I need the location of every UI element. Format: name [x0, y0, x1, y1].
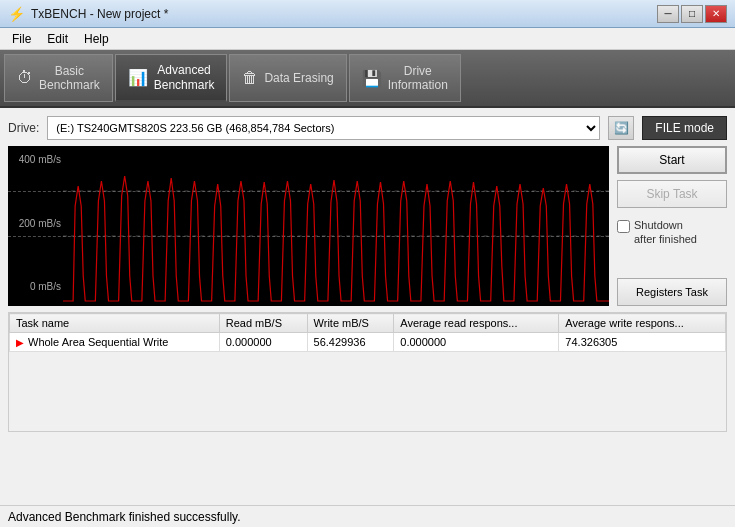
drive-row: Drive: (E:) TS240GMTS820S 223.56 GB (468… — [8, 116, 727, 140]
col-avg-read: Average read respons... — [394, 314, 559, 333]
app-icon: ⚡ — [8, 6, 25, 22]
table-row: ▶Whole Area Sequential Write 0.000000 56… — [10, 333, 726, 352]
drive-select[interactable]: (E:) TS240GMTS820S 223.56 GB (468,854,78… — [47, 116, 600, 140]
file-mode-button[interactable]: FILE mode — [642, 116, 727, 140]
chart-y-label-400: 400 mB/s — [10, 154, 61, 165]
tab-advanced-benchmark[interactable]: 📊 AdvancedBenchmark — [115, 54, 228, 102]
cell-write: 56.429936 — [307, 333, 394, 352]
tab-drive-label: DriveInformation — [388, 64, 448, 93]
shutdown-label: Shutdownafter finished — [634, 218, 697, 247]
col-task-name: Task name — [10, 314, 220, 333]
col-write: Write mB/S — [307, 314, 394, 333]
title-bar-left: ⚡ TxBENCH - New project * — [8, 6, 168, 22]
drive-refresh-button[interactable]: 🔄 — [608, 116, 634, 140]
right-panel: Start Skip Task Shutdownafter finished R… — [617, 146, 727, 306]
advanced-benchmark-icon: 📊 — [128, 68, 148, 87]
performance-chart — [63, 146, 609, 306]
cell-avg-read: 0.000000 — [394, 333, 559, 352]
tab-erasing-label: Data Erasing — [264, 71, 333, 85]
data-erasing-icon: 🗑 — [242, 69, 258, 87]
registers-task-button[interactable]: Registers Task — [617, 278, 727, 306]
title-buttons: ─ □ ✕ — [657, 5, 727, 23]
content-area: 400 mB/s 200 mB/s 0 mB/s Start Skip Task — [8, 146, 727, 306]
menu-file[interactable]: File — [4, 30, 39, 48]
toolbar: ⏱ BasicBenchmark 📊 AdvancedBenchmark 🗑 D… — [0, 50, 735, 108]
shutdown-checkbox[interactable] — [617, 220, 630, 233]
chart-y-label-0: 0 mB/s — [10, 281, 61, 292]
cell-task-name: ▶Whole Area Sequential Write — [10, 333, 220, 352]
menu-help[interactable]: Help — [76, 30, 117, 48]
tab-basic-benchmark[interactable]: ⏱ BasicBenchmark — [4, 54, 113, 102]
tab-advanced-label: AdvancedBenchmark — [154, 63, 215, 92]
window-title: TxBENCH - New project * — [31, 7, 168, 21]
table-header-row: Task name Read mB/S Write mB/S Average r… — [10, 314, 726, 333]
skip-task-button[interactable]: Skip Task — [617, 180, 727, 208]
menu-bar: File Edit Help — [0, 28, 735, 50]
cell-read: 0.000000 — [219, 333, 307, 352]
tab-basic-label: BasicBenchmark — [39, 64, 100, 93]
menu-edit[interactable]: Edit — [39, 30, 76, 48]
cell-avg-write: 74.326305 — [559, 333, 726, 352]
close-button[interactable]: ✕ — [705, 5, 727, 23]
drive-info-icon: 💾 — [362, 69, 382, 88]
tab-drive-information[interactable]: 💾 DriveInformation — [349, 54, 461, 102]
maximize-button[interactable]: □ — [681, 5, 703, 23]
basic-benchmark-icon: ⏱ — [17, 69, 33, 87]
drive-label: Drive: — [8, 121, 39, 135]
tab-data-erasing[interactable]: 🗑 Data Erasing — [229, 54, 346, 102]
chart-area: 400 mB/s 200 mB/s 0 mB/s — [8, 146, 609, 306]
col-read: Read mB/S — [219, 314, 307, 333]
minimize-button[interactable]: ─ — [657, 5, 679, 23]
title-bar: ⚡ TxBENCH - New project * ─ □ ✕ — [0, 0, 735, 28]
results-table-container: Task name Read mB/S Write mB/S Average r… — [8, 312, 727, 432]
chart-y-label-200: 200 mB/s — [10, 218, 61, 229]
results-table: Task name Read mB/S Write mB/S Average r… — [9, 313, 726, 352]
status-text: Advanced Benchmark finished successfully… — [8, 510, 241, 524]
status-bar: Advanced Benchmark finished successfully… — [0, 505, 735, 527]
col-avg-write: Average write respons... — [559, 314, 726, 333]
shutdown-option: Shutdownafter finished — [617, 218, 727, 247]
start-button[interactable]: Start — [617, 146, 727, 174]
main-content: Drive: (E:) TS240GMTS820S 223.56 GB (468… — [0, 108, 735, 505]
